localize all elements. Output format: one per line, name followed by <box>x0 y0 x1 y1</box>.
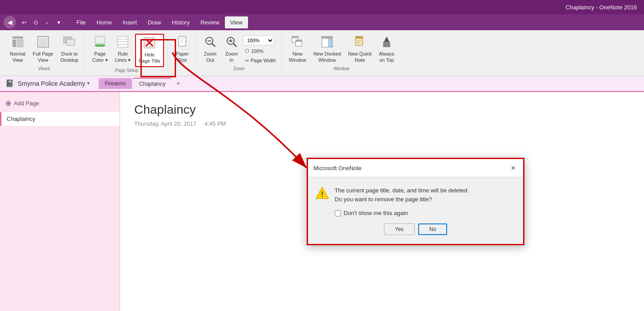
menu-insert[interactable]: Insert <box>117 16 143 28</box>
new-quick-note-button[interactable]: New QuickNote <box>345 34 374 65</box>
svg-rect-8 <box>95 44 105 47</box>
title-bar: Chaplaincy - OneNote 2016 <box>0 0 644 14</box>
svg-rect-16 <box>179 36 186 46</box>
page-color-icon <box>94 36 106 50</box>
new-quick-note-icon <box>354 36 366 50</box>
paper-size-icon <box>176 36 188 50</box>
undo-button[interactable]: ↩ <box>19 17 29 28</box>
normal-view-button[interactable]: NormalView <box>7 34 28 65</box>
dialog-checkbox-row: Don't show me this again <box>335 210 516 216</box>
zoom-in-label: ZoomIn <box>225 51 238 64</box>
page-width-button[interactable]: ⬄ Page Width <box>243 56 278 64</box>
views-group-label: Views <box>38 65 50 72</box>
dock-desktop-icon <box>63 36 76 50</box>
dialog-close-button[interactable]: ✕ <box>509 163 518 172</box>
add-page-label: Add Page <box>14 100 39 107</box>
paper-buttons: PaperSize <box>172 34 192 68</box>
svg-rect-4 <box>39 38 47 46</box>
dialog-message: The current page title, date, and time w… <box>335 186 469 203</box>
normal-view-icon <box>12 36 24 50</box>
rule-lines-button[interactable]: RuleLines ▾ <box>112 34 133 65</box>
dock-to-desktop-button[interactable]: Dock toDesktop <box>58 34 81 65</box>
notebook-dropdown-arrow[interactable]: ▾ <box>87 80 90 86</box>
zoom-in-icon <box>225 36 238 50</box>
paper-size-label: PaperSize <box>176 51 188 64</box>
svg-rect-38 <box>383 42 390 47</box>
page-item-chaplaincy[interactable]: Chaplaincy <box>0 112 120 126</box>
menu-draw[interactable]: Draw <box>142 16 166 28</box>
tab-firearms[interactable]: Firearms <box>99 78 132 89</box>
page-color-label: PageColor ▾ <box>92 51 108 64</box>
hide-page-title-button[interactable]: HidePage Title <box>135 34 164 67</box>
menu-home[interactable]: Home <box>91 16 117 28</box>
full-page-label: Full PageView <box>32 51 53 64</box>
full-page-icon <box>37 36 49 50</box>
svg-text:!: ! <box>321 191 323 198</box>
notebook-icon: 📓 <box>5 79 14 88</box>
ribbon-group-views: NormalView Full PageView <box>4 34 85 72</box>
menu-file[interactable]: File <box>71 16 91 28</box>
normal-view-label: NormalView <box>10 51 25 64</box>
zoom-out-button[interactable]: ZoomOut <box>200 34 220 65</box>
dialog-title-bar: Microsoft OneNote ✕ <box>308 159 523 177</box>
add-page-icon: ⊕ <box>5 99 11 108</box>
menu-review[interactable]: Review <box>195 16 225 28</box>
menu-history[interactable]: History <box>167 16 195 28</box>
always-on-top-icon <box>380 36 393 50</box>
dialog-message-row: ! The current page title, date, and time… <box>315 186 516 203</box>
page-width-icon: ⬄ <box>245 57 249 64</box>
page-setup-buttons: PageColor ▾ RuleLines ▾ <box>89 34 164 67</box>
page-title: Chaplaincy <box>134 103 630 117</box>
svg-rect-6 <box>67 39 75 45</box>
back-button[interactable]: ◀ <box>4 16 16 28</box>
page-color-button[interactable]: PageColor ▾ <box>89 34 110 65</box>
sidebar: ⊕ Add Page Chaplaincy <box>0 92 120 311</box>
new-docked-window-button[interactable]: New DockedWindow <box>311 34 344 65</box>
always-on-top-button[interactable]: Alwayson Top <box>376 34 397 65</box>
quick-access-1[interactable]: ⊙ <box>30 17 41 28</box>
quick-access-dropdown[interactable]: ▾ <box>53 17 64 28</box>
paper-size-button[interactable]: PaperSize <box>172 34 192 65</box>
dialog-body: ! The current page title, date, and time… <box>308 177 523 244</box>
menu-bar-left: ◀ ↩ ⊙ ⬦ ▾ <box>4 16 64 28</box>
dialog-box: Microsoft OneNote ✕ ! The current page t… <box>307 158 524 245</box>
rule-lines-label: RuleLines ▾ <box>115 51 131 64</box>
full-page-view-button[interactable]: Full PageView <box>30 34 56 65</box>
views-buttons: NormalView Full PageView <box>7 34 81 65</box>
dialog-no-button[interactable]: No <box>418 223 447 235</box>
ribbon-content: NormalView Full PageView <box>0 32 644 76</box>
add-page-button[interactable]: ⊕ Add Page <box>0 96 120 111</box>
tab-chaplaincy[interactable]: Chaplaincy <box>133 78 172 89</box>
svg-line-26 <box>233 44 236 47</box>
svg-rect-30 <box>296 40 302 42</box>
page-date: Thursday, April 20, 2017 <box>134 120 196 127</box>
page-time: 4:45 PM <box>204 120 226 127</box>
zoom-out-icon <box>204 36 216 50</box>
zoom-100-label: 100% <box>251 48 264 54</box>
page-width-label: Page Width <box>251 57 276 64</box>
zoom-group-label: Zoom <box>233 65 245 72</box>
menu-items: File Home Insert Draw History Review Vie… <box>71 16 248 28</box>
svg-rect-2 <box>17 40 23 47</box>
dialog-buttons: Yes No <box>315 223 516 239</box>
new-window-button[interactable]: NewWindow <box>286 34 309 65</box>
ribbon-group-page-setup: PageColor ▾ RuleLines ▾ <box>86 34 168 74</box>
svg-rect-33 <box>328 39 332 47</box>
quick-access-2[interactable]: ⬦ <box>42 17 52 28</box>
zoom-in-button[interactable]: ZoomIn <box>222 34 241 65</box>
ribbon-group-paper: PaperSize <box>169 34 196 69</box>
menu-view[interactable]: View <box>225 16 248 28</box>
always-on-top-label: Alwayson Top <box>379 51 394 64</box>
zoom-percent-select[interactable]: 100% 75% 150% <box>243 36 274 45</box>
svg-rect-0 <box>12 36 23 39</box>
tab-add-button[interactable]: + <box>172 79 184 88</box>
dont-show-checkbox[interactable] <box>335 210 341 216</box>
hide-page-title-label: HidePage Title <box>139 52 160 64</box>
dialog-title: Microsoft OneNote <box>313 165 361 171</box>
dialog-yes-button[interactable]: Yes <box>384 223 415 235</box>
svg-marker-39 <box>384 36 389 42</box>
tabs-area: Firearms Chaplaincy + <box>99 78 184 89</box>
notebook-name: Smyrna Police Academy <box>18 80 85 87</box>
ribbon-group-window: NewWindow New DockedWindow <box>283 34 401 72</box>
dont-show-label: Don't show me this again <box>344 210 408 216</box>
